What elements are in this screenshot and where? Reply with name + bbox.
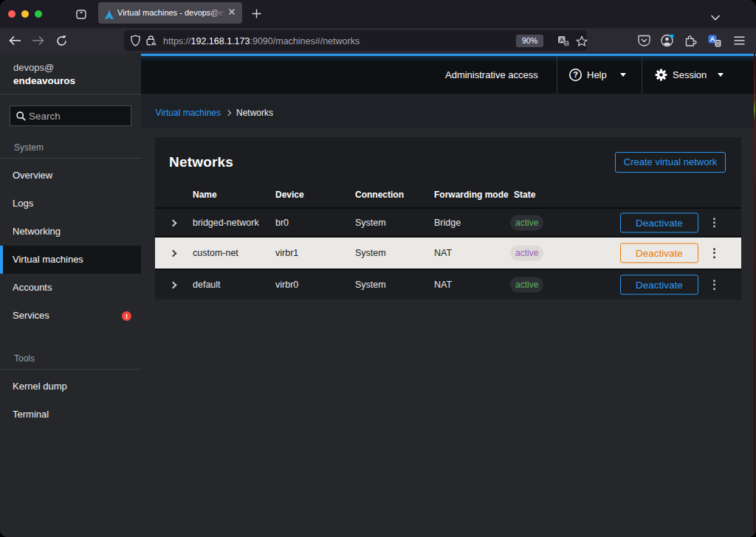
svg-text:A: A: [710, 35, 715, 43]
svg-text:A: A: [560, 35, 564, 43]
svg-text:?: ?: [573, 70, 578, 79]
